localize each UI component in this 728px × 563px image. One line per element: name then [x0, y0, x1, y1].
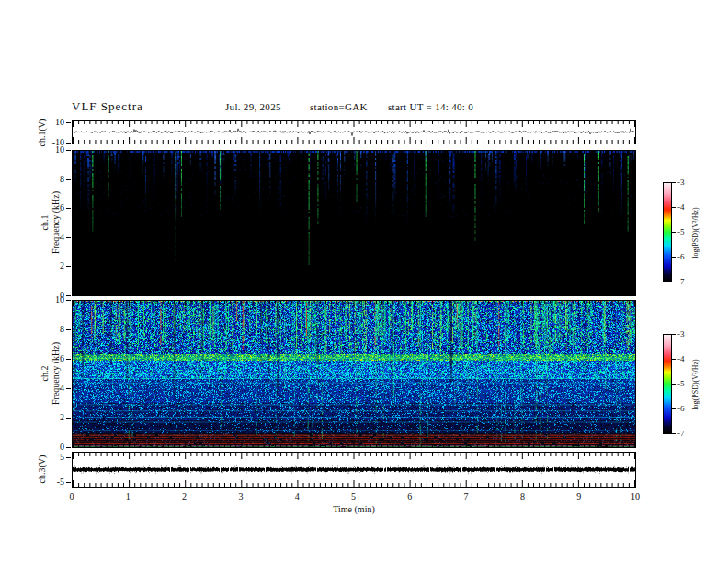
y-tick-label: 6	[39, 353, 64, 363]
colorbar-tick-label: -5	[677, 227, 696, 236]
ch1-spectrogram-canvas	[72, 150, 636, 296]
x-tick-label: 7	[452, 491, 480, 501]
x-tick-label: 3	[227, 491, 255, 501]
y-tick-mark	[66, 300, 71, 301]
y-tick-mark	[66, 388, 71, 389]
y-tick-label: 8	[39, 174, 64, 184]
y-tick-label: 10	[39, 117, 64, 127]
x-tick-label: 4	[283, 491, 311, 501]
y-tick-label: -5	[39, 477, 64, 487]
colorbar-tick-mark	[672, 257, 676, 258]
colorbar-tick-mark	[672, 182, 676, 183]
x-tick-label: 9	[565, 491, 593, 501]
y-tick-mark	[66, 150, 71, 151]
colorbar-tick-mark	[672, 408, 676, 409]
y-tick-mark	[66, 329, 71, 330]
x-axis-title: Time (min)	[308, 504, 400, 514]
colorbar-tick-mark	[672, 207, 676, 208]
y-tick-label: 2	[39, 412, 64, 422]
colorbar-tick-label: -7	[677, 277, 696, 286]
vlf-spectra-figure: VLF Spectra Jul. 29, 2025 station=GAK st…	[0, 0, 728, 563]
y-tick-label: 4	[39, 232, 64, 242]
y-tick-label: 6	[39, 202, 64, 213]
title-start-ut: start UT = 14: 40: 0	[388, 101, 473, 112]
colorbar-tick-mark	[672, 433, 676, 434]
x-tick-label: 1	[114, 491, 142, 501]
y-tick-label: 0	[39, 442, 64, 452]
x-tick-label: 2	[171, 491, 199, 501]
colorbar-tick-label: -6	[677, 404, 696, 413]
y-tick-mark	[66, 266, 71, 267]
y-tick-mark	[66, 457, 71, 458]
y-tick-mark	[66, 482, 71, 483]
colorbar-tick-mark	[672, 384, 676, 385]
y-tick-mark	[66, 208, 71, 209]
y-tick-label: -10	[39, 137, 64, 147]
x-tick-label: 8	[508, 491, 536, 501]
y-tick-mark	[66, 237, 71, 238]
y-tick-mark	[66, 179, 71, 180]
y-tick-mark	[66, 295, 71, 296]
colorbar-tick-mark	[672, 232, 676, 233]
colorbar-tick-label: -7	[677, 429, 696, 438]
colorbar-tick-label: -4	[677, 354, 696, 363]
y-tick-label: 10	[39, 294, 64, 304]
colorbar-tick-label: -3	[677, 178, 696, 187]
colorbar-tick-label: -5	[677, 379, 696, 388]
x-tick-label: 5	[340, 491, 368, 501]
y-tick-label: 8	[39, 324, 64, 334]
colorbar-tick-mark	[672, 282, 676, 282]
title-station: station=GAK	[310, 101, 368, 112]
y-tick-label: 5	[39, 452, 64, 462]
colorbar-tick-mark	[672, 359, 676, 360]
ch3-waveform-canvas	[72, 452, 636, 488]
colorbar-tick-label: -3	[677, 329, 696, 339]
ch2-spectrogram-canvas	[72, 300, 636, 448]
y-tick-mark	[66, 447, 71, 448]
colorbar-tick-label: -4	[677, 202, 696, 212]
title-date: Jul. 29, 2025	[225, 101, 281, 112]
x-tick-label: 0	[58, 491, 85, 501]
y-tick-mark	[66, 122, 71, 123]
ch1-waveform-canvas	[72, 120, 636, 144]
y-tick-mark	[66, 143, 71, 144]
x-tick-label: 10	[621, 491, 649, 501]
colorbar-tick-label: -6	[677, 252, 696, 261]
colorbar-ch1-canvas	[663, 182, 672, 282]
y-tick-mark	[66, 359, 71, 360]
x-tick-label: 6	[396, 491, 424, 501]
colorbar-ch2-canvas	[663, 334, 672, 434]
y-tick-label: 2	[39, 260, 64, 270]
colorbar-tick-mark	[672, 334, 676, 335]
y-tick-mark	[66, 418, 71, 419]
figure-title: VLF Spectra	[72, 99, 143, 114]
y-tick-label: 4	[39, 383, 64, 393]
